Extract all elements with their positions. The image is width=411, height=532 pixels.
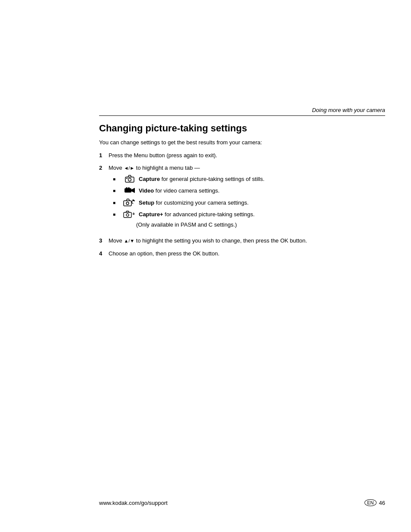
camera-svg: [125, 175, 134, 183]
step-2-content: Move ◄/► to highlight a menu tab — ■: [109, 164, 385, 232]
header-rule: [99, 115, 385, 116]
bullet-setup: ■: [113, 199, 385, 207]
bullet-captureplus: ■ + Capture+ for: [113, 210, 385, 219]
footer-url: www.kodak.com/go/support: [99, 500, 168, 506]
step-3: 3 Move ▲/▼ to highlight the setting you …: [99, 236, 385, 245]
svg-rect-3: [125, 188, 131, 193]
captureplus-subnote: (Only available in PASM and C settings.): [136, 221, 385, 229]
bullet-video-text: Video for video camera settings.: [139, 187, 385, 195]
svg-point-11: [126, 214, 129, 216]
step-1: 1 Press the Menu button (press again to …: [99, 151, 385, 160]
setup-svg: [123, 199, 136, 206]
step-3-number: 3: [99, 236, 109, 245]
svg-rect-2: [126, 178, 128, 179]
bullet-list: ■ Capture for general picture-taki: [113, 175, 385, 229]
svg-point-8: [126, 202, 129, 205]
step-2: 2 Move ◄/► to highlight a menu tab — ■: [99, 164, 385, 232]
bullet-captureplus-text: Capture+ for advanced picture-taking set…: [139, 210, 385, 219]
step-4-text: Choose an option, then press the OK butt…: [109, 249, 385, 258]
video-icon: [123, 187, 136, 194]
bullet-capture-text: Capture for general picture-taking setti…: [139, 175, 385, 184]
footer: www.kodak.com/go/support EN 46: [99, 499, 385, 506]
svg-rect-5: [126, 187, 128, 189]
bullet-square-1: ■: [113, 176, 120, 182]
captureplus-svg: +: [123, 210, 136, 218]
svg-rect-6: [128, 187, 130, 189]
step-3-text: Move ▲/▼ to highlight the setting you wi…: [109, 236, 385, 245]
main-content: Changing picture-taking settings You can…: [99, 123, 385, 262]
svg-rect-7: [124, 201, 131, 206]
bullet-square-3: ■: [113, 199, 120, 206]
footer-page-number: EN 46: [364, 499, 385, 506]
page-title: Changing picture-taking settings: [99, 123, 385, 134]
page-number: 46: [379, 500, 385, 506]
bullet-square-4: ■: [113, 211, 120, 218]
svg-marker-4: [131, 188, 135, 193]
step-2-number: 2: [99, 164, 109, 232]
svg-text:+: +: [132, 211, 135, 216]
chapter-title: Doing more with your camera: [312, 107, 385, 113]
page: Doing more with your camera Changing pic…: [0, 0, 411, 532]
bullet-video: ■ Video for video camera settings.: [113, 187, 385, 195]
step-4: 4 Choose an option, then press the OK bu…: [99, 249, 385, 258]
step-2-text: Move ◄/► to highlight a menu tab —: [109, 165, 200, 171]
capture-icon: [123, 175, 136, 183]
intro-text: You can change settings to get the best …: [99, 138, 385, 147]
setup-icon: [123, 199, 136, 206]
en-badge: EN: [364, 499, 376, 506]
video-svg: [124, 187, 135, 194]
step-1-number: 1: [99, 151, 109, 160]
svg-rect-10: [124, 212, 131, 218]
step-1-text: Press the Menu button (press again to ex…: [109, 151, 385, 160]
bullet-setup-text: Setup for customizing your camera settin…: [139, 199, 385, 207]
bullet-square-2: ■: [113, 187, 120, 194]
captureplus-icon: +: [123, 210, 136, 218]
svg-point-1: [128, 178, 131, 181]
bullet-capture: ■ Capture for general picture-taki: [113, 175, 385, 184]
step-4-number: 4: [99, 249, 109, 258]
